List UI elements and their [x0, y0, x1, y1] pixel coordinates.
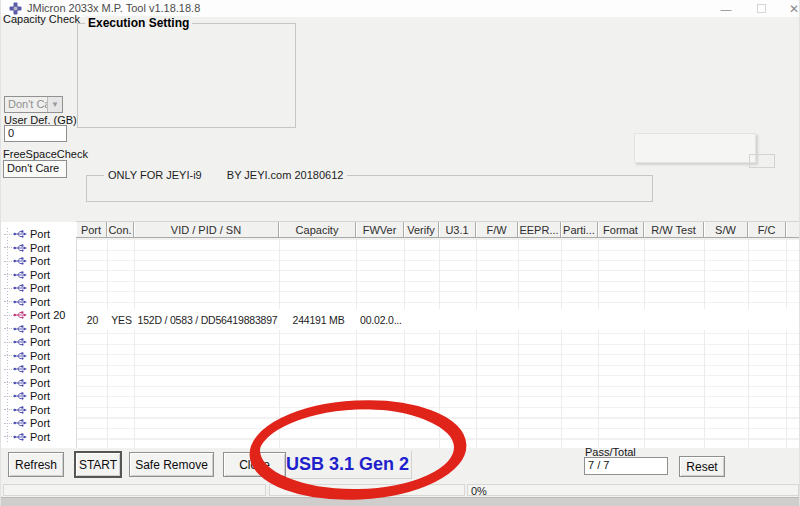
port-tree-item-label: Port	[30, 417, 50, 429]
usb-icon	[13, 324, 27, 334]
port-tree-item-label: Port	[30, 377, 50, 389]
usb-icon	[13, 391, 27, 401]
usb-icon	[13, 283, 27, 293]
grid-line	[279, 239, 280, 448]
port-tree-item-label: Port	[30, 336, 50, 348]
grid-line	[704, 239, 705, 448]
column-header-r-w-test[interactable]: R/W Test	[644, 222, 704, 237]
tree-branch-line	[4, 396, 12, 397]
device-table-row[interactable]: 20YES152D / 0583 / DD56419883897244191 M…	[77, 309, 800, 330]
capacity-check-label: Capacity Check	[3, 13, 80, 25]
port-tree-item[interactable]: Port	[1, 403, 50, 417]
row-cell-port: 20	[77, 309, 108, 330]
port-tree-item[interactable]: Port	[1, 241, 50, 255]
column-header-fwver[interactable]: FWVer	[356, 222, 404, 237]
freespacecheck-field[interactable]: Don't Care	[3, 160, 67, 178]
pass-total-field[interactable]: 7 / 7	[584, 457, 668, 475]
grid-line	[748, 239, 749, 448]
tree-branch-line	[4, 301, 12, 302]
usb-icon	[13, 351, 27, 361]
port-tree-item[interactable]: Port	[1, 349, 50, 363]
column-header-verify[interactable]: Verify	[404, 222, 439, 237]
jeyi-caption: ONLY FOR JEYI-i9 BY JEYI.com 20180612	[104, 169, 347, 181]
port-tree-item-label: Port 20	[30, 309, 65, 321]
safe-remove-button[interactable]: Safe Remove	[129, 452, 214, 477]
usb-icon	[13, 256, 27, 266]
grid-line	[134, 239, 135, 448]
tree-branch-line	[4, 436, 12, 437]
port-tree-item[interactable]: Port	[1, 430, 50, 444]
port-tree-item[interactable]: Port	[1, 389, 50, 403]
small-empty-box	[749, 154, 775, 168]
port-tree-item-label: Port	[30, 282, 50, 294]
freespacecheck-label: FreeSpaceCheck	[3, 148, 88, 160]
jeyi-groupbox: ONLY FOR JEYI-i9 BY JEYI.com 20180612	[86, 175, 653, 202]
usb-icon	[13, 418, 27, 428]
usb-icon	[13, 364, 27, 374]
column-header-con[interactable]: Con.	[107, 222, 134, 237]
column-header-capacity[interactable]: Capacity	[279, 222, 356, 237]
port-tree-item[interactable]: Port	[1, 254, 50, 268]
tree-branch-line	[4, 247, 12, 248]
port-tree-item-label: Port	[30, 323, 50, 335]
close-button[interactable]: Close	[223, 452, 286, 477]
column-header-f-w[interactable]: F/W	[476, 222, 518, 237]
column-header-filler[interactable]	[786, 222, 800, 237]
usb-mode-label: USB 3.1 Gen 2	[286, 454, 409, 475]
grid-line	[404, 239, 405, 448]
port-tree-item[interactable]: Port	[1, 295, 50, 309]
usb-icon	[13, 297, 27, 307]
close-window-button[interactable]: ✕	[784, 0, 800, 17]
column-header-port[interactable]: Port	[76, 222, 107, 237]
minimize-button[interactable]: —	[713, 0, 739, 17]
tree-branch-line	[4, 328, 12, 329]
maximize-icon	[757, 4, 766, 13]
port-tree-item[interactable]: Port	[1, 268, 50, 282]
usb-icon	[13, 432, 27, 442]
port-tree-item-label: Port	[30, 296, 50, 308]
column-header-u3-1[interactable]: U3.1	[439, 222, 476, 237]
column-header-format[interactable]: Format	[598, 222, 644, 237]
tree-branch-line	[4, 369, 12, 370]
device-table-body: 20YES152D / 0583 / DD56419883897244191 M…	[76, 239, 800, 448]
port-tree-item[interactable]: Port 20	[1, 308, 65, 322]
row-cell-vid_pid_sn: 152D / 0583 / DD56419883897	[135, 309, 280, 330]
progress-panel: 0%	[467, 484, 799, 496]
column-header-eepr[interactable]: EEPR...	[518, 222, 561, 237]
blank-button[interactable]	[634, 133, 756, 163]
grid-line	[786, 239, 787, 448]
port-tree-item[interactable]: Port	[1, 227, 50, 241]
execution-setting-title: Execution Setting	[85, 16, 192, 30]
column-header-f-c[interactable]: F/C	[748, 222, 786, 237]
refresh-button[interactable]: Refresh	[8, 452, 64, 477]
port-tree-item-label: Port	[30, 269, 50, 281]
title-bar: JMicron 2033x M.P. Tool v1.18.18.8 — ✕	[1, 0, 800, 17]
grid-line	[439, 239, 440, 448]
execution-setting-groupbox: Execution Setting	[77, 23, 296, 128]
usb-mode-panel: USB 3.1 Gen 2	[284, 451, 412, 479]
maximize-button[interactable]	[751, 0, 771, 17]
port-tree-item[interactable]: Port	[1, 376, 50, 390]
port-tree-item-label: Port	[30, 404, 50, 416]
port-tree-item[interactable]: Port	[1, 416, 50, 430]
capacity-check-dropdown-value: Don't Care	[5, 97, 47, 112]
port-tree-item[interactable]: Port	[1, 362, 50, 376]
user-def-input[interactable]: 0	[4, 125, 67, 142]
usb-icon	[13, 378, 27, 388]
start-button[interactable]: START	[74, 451, 122, 478]
port-tree-item-label: Port	[30, 350, 50, 362]
row-cell-fwver: 00.02.0...	[357, 309, 405, 330]
capacity-check-dropdown[interactable]: Don't Care ▼	[4, 96, 63, 113]
grid-line	[518, 239, 519, 448]
port-tree-item[interactable]: Port	[1, 322, 50, 336]
reset-button[interactable]: Reset	[679, 456, 725, 477]
port-tree-item[interactable]: Port	[1, 281, 50, 295]
usb-icon	[13, 243, 27, 253]
tree-branch-line	[4, 274, 12, 275]
column-header-vid-pid-sn[interactable]: VID / PID / SN	[134, 222, 279, 237]
column-header-parti[interactable]: Parti...	[561, 222, 598, 237]
grid-line	[561, 239, 562, 448]
usb-icon	[13, 310, 27, 320]
column-header-s-w[interactable]: S/W	[704, 222, 748, 237]
port-tree-item[interactable]: Port	[1, 335, 50, 349]
